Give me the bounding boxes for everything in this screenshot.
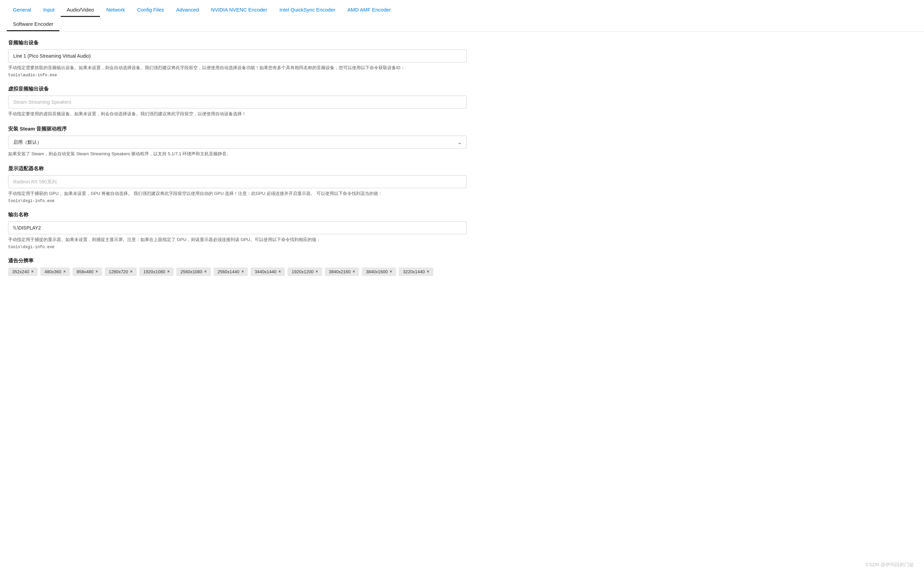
resolution-tag: 3840x1600 × xyxy=(362,267,396,276)
display-adapter-section: 显示适配器名称 手动指定用于捕获的 GPU 。如果未设置，GPU 将被自动选择。… xyxy=(8,165,467,203)
tab-intel-quicksync-encoder[interactable]: Intel QuickSync Encoder xyxy=(273,3,341,17)
resolution-tag-close[interactable]: × xyxy=(353,269,355,274)
resolution-tag-close[interactable]: × xyxy=(96,269,98,274)
resolution-tag-value: 3840x2160 xyxy=(329,269,351,274)
resolution-tag: 1920x1200 × xyxy=(288,267,322,276)
resolution-tag-value: 3840x1600 xyxy=(366,269,388,274)
display-adapter-label: 显示适配器名称 xyxy=(8,165,467,172)
steam-audio-select[interactable]: 启用（默认） 禁用 xyxy=(8,136,467,149)
main-content: 音频输出设备 手动指定需要抓取的音频输出设备。如果未设置，则会自动选择设备。我们… xyxy=(0,32,475,298)
resolution-section: 通告分辨率 352x240 ×480x360 ×858x480 ×1280x72… xyxy=(8,258,467,276)
resolution-tag-close[interactable]: × xyxy=(316,269,318,274)
resolution-tag: 2560x1080 × xyxy=(176,267,211,276)
steam-audio-label: 安装 Steam 音频驱动程序 xyxy=(8,126,467,132)
tab-audio-video[interactable]: Audio/Video xyxy=(61,3,100,17)
output-name-hint: 手动指定用于捕捉的显示器。如果未设置，则捕捉主显示屏。注意：如果在上面指定了 G… xyxy=(8,236,467,243)
resolution-tag-value: 3440x1440 xyxy=(255,269,276,274)
display-adapter-code: tools\dxgi-info.exe xyxy=(8,199,467,203)
sub-tabs: Software Encoder xyxy=(0,18,924,31)
resolution-tag-close[interactable]: × xyxy=(427,269,429,274)
resolution-tag: 3840x2160 × xyxy=(325,267,359,276)
resolution-tag: 2560x1440 × xyxy=(214,267,248,276)
display-adapter-hint: 手动指定用于捕获的 GPU 。如果未设置，GPU 将被自动选择。 我们强烈建议将… xyxy=(8,190,467,197)
resolution-tag-value: 480x360 xyxy=(45,269,61,274)
resolution-tag: 352x240 × xyxy=(8,267,38,276)
steam-audio-hint: 如果安装了 Steam，则会自动安装 Steam Streaming Speak… xyxy=(8,150,467,158)
resolution-tag-close[interactable]: × xyxy=(279,269,281,274)
resolution-tag-value: 858x480 xyxy=(77,269,94,274)
output-name-input[interactable] xyxy=(8,221,467,234)
resolution-tag-close[interactable]: × xyxy=(31,269,34,274)
main-tabs: GeneralInputAudio/VideoNetworkConfig Fil… xyxy=(0,3,924,17)
steam-audio-select-wrapper: 启用（默认） 禁用 xyxy=(8,136,467,149)
resolution-tag-close[interactable]: × xyxy=(205,269,207,274)
audio-output-input[interactable] xyxy=(8,50,467,62)
audio-output-label: 音频输出设备 xyxy=(8,40,467,46)
audio-output-code: tools\audio-info.exe xyxy=(8,73,467,78)
resolution-tag: 1920x1080 × xyxy=(139,267,174,276)
virtual-audio-hint: 手动指定要使用的虚拟音频设备。如果未设置，则会自动选择设备。我们强烈建议将此字段… xyxy=(8,110,467,118)
tab-config-files[interactable]: Config Files xyxy=(131,3,170,17)
tab-general[interactable]: General xyxy=(7,3,37,17)
subtab-software-encoder[interactable]: Software Encoder xyxy=(7,18,59,31)
audio-output-section: 音频输出设备 手动指定需要抓取的音频输出设备。如果未设置，则会自动选择设备。我们… xyxy=(8,40,467,78)
resolution-tag: 1280x720 × xyxy=(105,267,137,276)
virtual-audio-label: 虚拟音频输出设备 xyxy=(8,86,467,92)
resolution-tag-value: 2560x1080 xyxy=(180,269,202,274)
resolution-tag: 3440x1440 × xyxy=(251,267,285,276)
resolution-tag-close[interactable]: × xyxy=(390,269,392,274)
resolution-tag-close[interactable]: × xyxy=(242,269,244,274)
resolution-tag-value: 352x240 xyxy=(12,269,29,274)
resolution-tag-value: 1920x1200 xyxy=(291,269,313,274)
resolution-tag-value: 1280x720 xyxy=(109,269,128,274)
tab-nvidia-nvenc-encoder[interactable]: NVIDIA NVENC Encoder xyxy=(205,3,273,17)
steam-audio-section: 安装 Steam 音频驱动程序 启用（默认） 禁用 如果安装了 Steam，则会… xyxy=(8,126,467,158)
resolution-tags-container: 352x240 ×480x360 ×858x480 ×1280x720 ×192… xyxy=(8,267,467,276)
tab-amd-amf-encoder[interactable]: AMD AMF Encoder xyxy=(341,3,397,17)
resolution-tag-value: 3220x1440 xyxy=(403,269,424,274)
audio-output-hint: 手动指定需要抓取的音频输出设备。如果未设置，则会自动选择设备。我们强烈建议将此字… xyxy=(8,64,467,72)
output-name-label: 输出名称 xyxy=(8,211,467,218)
virtual-audio-section: 虚拟音频输出设备 手动指定要使用的虚拟音频设备。如果未设置，则会自动选择设备。我… xyxy=(8,86,467,118)
resolution-label: 通告分辨率 xyxy=(8,258,467,264)
resolution-tag-value: 1920x1080 xyxy=(143,269,165,274)
resolution-tag: 858x480 × xyxy=(72,267,102,276)
display-adapter-input[interactable] xyxy=(8,175,467,188)
output-name-code: tools\dxgi-info.exe xyxy=(8,245,467,250)
resolution-tag: 3220x1440 × xyxy=(399,267,433,276)
output-name-section: 输出名称 手动指定用于捕捉的显示器。如果未设置，则捕捉主显示屏。注意：如果在上面… xyxy=(8,211,467,250)
virtual-audio-input[interactable] xyxy=(8,96,467,109)
tab-input[interactable]: Input xyxy=(37,3,60,17)
resolution-tag-close[interactable]: × xyxy=(167,269,170,274)
resolution-tag: 480x360 × xyxy=(40,267,70,276)
tab-advanced[interactable]: Advanced xyxy=(170,3,205,17)
resolution-tag-value: 2560x1440 xyxy=(218,269,239,274)
resolution-tag-close[interactable]: × xyxy=(63,269,66,274)
tab-network[interactable]: Network xyxy=(100,3,131,17)
resolution-tag-close[interactable]: × xyxy=(130,269,133,274)
